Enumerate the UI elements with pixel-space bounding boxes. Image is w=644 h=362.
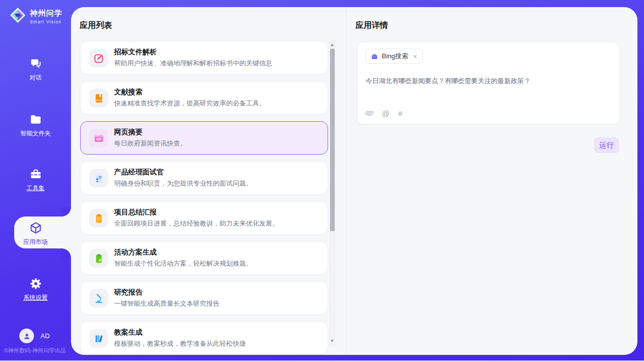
app-card-desc: 快速精准查找学术资源，提高研究效率的必备工具。: [114, 99, 266, 108]
sidebar-item-label: 智能文件夹: [0, 129, 71, 138]
briefcase-icon: [371, 53, 378, 60]
app-window: 神州问学 Smart Vision 对话 智能文件夹: [0, 0, 644, 362]
clipboard-check-icon: [89, 249, 108, 268]
app-card-research-report[interactable]: 研究报告 一键智能生成高质量长文本研究报告: [80, 281, 328, 315]
app-card-desc: 智能生成个性化活动方案，轻松解决规划难题。: [114, 259, 253, 268]
run-button[interactable]: 运行: [594, 137, 619, 153]
web-code-icon: [89, 129, 108, 148]
app-card-desc: 每日政府新闻资讯快查。: [114, 139, 187, 148]
app-card-desc: 模板驱动，教案秒成，教学准备从此轻松快捷: [114, 339, 246, 348]
sidebar-item-settings[interactable]: 系统设置: [0, 277, 71, 302]
sidebar-item-smart-folder[interactable]: 智能文件夹: [0, 113, 71, 138]
book-icon: [89, 89, 108, 107]
sidebar-item-toolset[interactable]: 工具集: [0, 167, 71, 193]
app-card-literature-search[interactable]: 文献搜索 快速精准查找学术资源，提高研究效率的必备工具。: [80, 81, 328, 115]
app-card-title: 招标文件解析: [114, 48, 157, 57]
paperclip-icon[interactable]: [364, 108, 375, 119]
toolbox-icon: [0, 167, 71, 181]
brand: 神州问学 Smart Vision: [9, 7, 62, 26]
brand-logo-icon: [9, 7, 26, 26]
app-card-title: 研究报告: [114, 288, 142, 297]
app-card-title: 活动方案生成: [114, 248, 157, 257]
sidebar-item-label: 应用市场: [0, 238, 71, 246]
app-card-title: 产品经理面试官: [114, 168, 164, 177]
sidebar-footer: ©神州数码·神州问学出品: [4, 347, 66, 354]
sidebar-item-app-market[interactable]: 应用市场: [0, 221, 71, 246]
edit-square-icon: [89, 49, 108, 67]
app-list-panel: 应用列表 招标文件解析 帮助用户快速、准确地理解和解析招标书中的关键信息: [71, 7, 346, 355]
app-card-bid-parse[interactable]: 招标文件解析 帮助用户快速、准确地理解和解析招标书中的关键信息: [80, 41, 328, 75]
app-card-event-plan[interactable]: 活动方案生成 智能生成个性化活动方案，轻松解决规划难题。: [80, 241, 328, 275]
scroll-down-arrow-icon[interactable]: [331, 340, 334, 342]
prompt-card[interactable]: Bing搜索 × 今日湖北有哪些新闻要点？有哪些需要关注的最新政策？ @ #: [356, 42, 620, 125]
books-icon: [89, 329, 108, 348]
main-content: 应用列表 招标文件解析 帮助用户快速、准确地理解和解析招标书中的关键信息: [71, 7, 637, 355]
interview-doc-icon: [89, 169, 108, 188]
brand-subtitle: Smart Vision: [30, 19, 62, 24]
app-detail-title: 应用详情: [355, 20, 388, 31]
app-list-scrollbar[interactable]: [330, 41, 335, 345]
app-card-web-summary[interactable]: 网页摘要 每日政府新闻资讯快查。: [80, 121, 328, 155]
gear-icon: [0, 277, 71, 291]
composer-toolbar: @ #: [366, 109, 403, 118]
user-account[interactable]: AD: [19, 329, 50, 343]
scroll-up-arrow-icon[interactable]: [331, 44, 334, 46]
folder-icon: [0, 113, 71, 126]
app-card-desc: 明确身份和职责，为您提供专业性的面试问题。: [114, 179, 253, 188]
app-card-title: 教案生成: [114, 328, 142, 337]
tool-tag-label: Bing搜索: [382, 52, 408, 61]
sidebar-item-chat[interactable]: 对话: [0, 57, 71, 82]
app-card-desc: 帮助用户快速、准确地理解和解析招标书中的关键信息: [114, 59, 272, 68]
user-initials: AD: [41, 332, 50, 340]
prompt-text[interactable]: 今日湖北有哪些新闻要点？有哪些需要关注的最新政策？: [366, 77, 609, 86]
app-detail-panel: 应用详情 Bing搜索 × 今日湖北有哪些新闻要点？有哪些需要关注的最新政策？: [347, 7, 637, 355]
app-card-pm-interviewer[interactable]: 产品经理面试官 明确身份和职责，为您提供专业性的面试问题。: [80, 161, 328, 195]
at-icon[interactable]: @: [382, 109, 389, 118]
app-card-title: 文献搜索: [114, 88, 142, 97]
avatar: [19, 329, 34, 343]
app-card-project-summary[interactable]: 项目总结汇报 全面回顾项目进展，总结经验教训，助力未来优化发展。: [80, 201, 328, 235]
tool-tag-bing-search[interactable]: Bing搜索 ×: [365, 49, 423, 64]
sidebar: 神州问学 Smart Vision 对话 智能文件夹: [0, 0, 71, 362]
app-card-desc: 全面回顾项目进展，总结经验教训，助力未来优化发展。: [114, 219, 279, 228]
app-card-title: 网页摘要: [114, 128, 142, 137]
app-card-desc: 一键智能生成高质量长文本研究报告: [114, 299, 220, 308]
microscope-icon: [89, 289, 108, 308]
cube-icon: [0, 221, 71, 235]
app-card-lesson-plan[interactable]: 教案生成 模板驱动，教案秒成，教学准备从此轻松快捷: [80, 321, 328, 355]
sidebar-item-label: 系统设置: [0, 294, 71, 302]
close-icon[interactable]: ×: [413, 53, 417, 60]
clipboard-icon: [89, 209, 108, 228]
sidebar-item-label: 工具集: [0, 184, 71, 193]
scrollbar-thumb[interactable]: [330, 49, 335, 231]
app-card-title: 项目总结汇报: [114, 208, 157, 217]
hash-icon[interactable]: #: [398, 109, 402, 118]
brand-name: 神州问学: [30, 9, 62, 18]
app-list-title: 应用列表: [80, 20, 112, 31]
sidebar-item-label: 对话: [0, 74, 71, 82]
chat-icon: [0, 57, 71, 70]
